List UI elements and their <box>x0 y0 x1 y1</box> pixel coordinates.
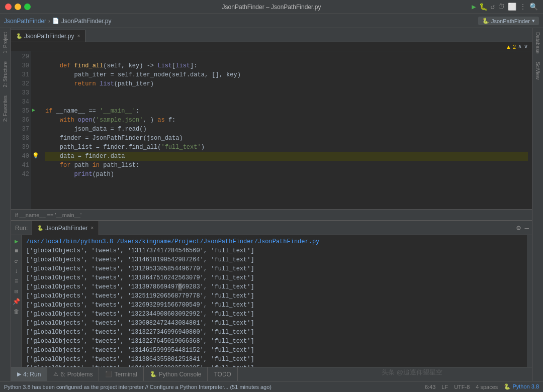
run-tab-name: JsonPathFinder <box>45 225 87 232</box>
gutter: ▶ 💡 <box>31 51 41 209</box>
console-output-line-3: ['globalObjects', 'tweets', '13120533058… <box>26 264 523 273</box>
warning-down[interactable]: ∨ <box>524 43 528 50</box>
stop-button[interactable]: ■ <box>13 247 21 255</box>
file-tab-jsonpathfinder[interactable]: 🐍 JsonPathFinder.py × <box>11 30 85 42</box>
file-tab-icon: 🐍 <box>16 33 22 39</box>
tab-todo[interactable]: TODO <box>208 367 237 381</box>
play-button[interactable]: ▶ <box>13 237 21 245</box>
console-output-line-12: ['globalObjects', 'tweets', '13146159999… <box>26 346 523 355</box>
minimize-button[interactable] <box>15 4 21 10</box>
sidebar-tab-project[interactable]: 1: Project <box>2 30 9 55</box>
console-output-line-8: ['globalObjects', 'tweets', '13223449086… <box>26 310 523 319</box>
warning-up[interactable]: ∧ <box>518 43 522 50</box>
breadcrumb-project[interactable]: JsonPathFinder <box>4 18 46 25</box>
code-line-35: if __name__ == '__main__': <box>45 107 528 116</box>
window-controls <box>5 4 31 10</box>
tab-terminal-label: Terminal <box>114 371 137 378</box>
toolbar-right: ▶ 🐛 ↺ ⏱ ⬜ ⋮ 🔍 <box>472 3 538 11</box>
tab-problems-label: 6: Problems <box>60 371 93 378</box>
status-bar-left: Python 3.8 has been configured as the pr… <box>4 384 417 390</box>
indent: 4 spaces <box>476 384 498 390</box>
console-output-line-4: ['globalObjects', 'tweets', '13186475162… <box>26 273 523 282</box>
console-output-line-7: ['globalObjects', 'tweets', '13269329915… <box>26 301 523 310</box>
file-tab-close[interactable]: × <box>77 33 80 39</box>
breadcrumb-file[interactable]: JsonPathFinder.py <box>61 18 111 25</box>
encoding: UTF-8 <box>454 384 470 390</box>
code-line-36: with open('sample.json', ) as f: <box>45 116 528 125</box>
dropdown-arrow: ▾ <box>532 18 535 24</box>
code-line-33 <box>45 88 528 97</box>
run-label: Run: <box>15 225 28 232</box>
code-line-32: return list(path_iter) <box>45 79 528 88</box>
console-output-line-10: ['globalObjects', 'tweets', '13132273469… <box>26 328 523 337</box>
search-icon[interactable]: 🔍 <box>529 3 538 11</box>
tab-python-console[interactable]: 🐍 Python Console <box>144 367 208 381</box>
collapse-icon[interactable]: — <box>525 224 529 232</box>
file-icon: 📄 <box>52 18 59 24</box>
console-text: /usr/local/bin/python3.8 /Users/kingname… <box>22 235 527 367</box>
console-scrollbar[interactable] <box>527 235 532 367</box>
code-line-40: data = finder.data <box>45 152 528 161</box>
code-lines: 29 30 31 32 33 34 35 36 37 38 39 40 41 4… <box>11 51 532 209</box>
tab-problems[interactable]: ⚠ 6: Problems <box>47 367 99 381</box>
line-ending: LF <box>441 384 448 390</box>
pin-icon[interactable]: 📌 <box>13 298 21 306</box>
warning-count: ▲ 2 <box>506 44 516 50</box>
warning-banner: ▲ 2 ∧ ∨ <box>11 42 532 51</box>
title-bar: JsonPathFinder – JsonPathFinder.py ▶ 🐛 ↺… <box>0 0 543 14</box>
sidebar-tab-favorites[interactable]: 2: Favorites <box>2 93 9 124</box>
status-message: Python 3.8 has been configured as the pr… <box>4 384 272 390</box>
run-config-name: JsonPathFinder <box>491 18 530 24</box>
run-toolbar: ▶ ■ ↻ ↓ ≡ ⊟ 📌 🗑 <box>11 235 22 367</box>
right-tab-database[interactable]: Database <box>534 30 541 56</box>
run-tab-jsonpathfinder[interactable]: 🐍 JsonPathFinder × <box>32 221 99 235</box>
editor-area: 🐍 JsonPathFinder.py × ▲ 2 ∧ ∨ 29 30 31 3… <box>11 28 532 381</box>
close-button[interactable] <box>5 4 12 10</box>
settings2-icon[interactable]: ≡ <box>13 277 21 285</box>
right-tab-sciview[interactable]: SciView <box>534 60 541 81</box>
status-bar-right: 6:43 LF UTF-8 4 spaces 🐍 Python 3.8 <box>425 383 539 390</box>
run-arrow-icon: ▶ <box>32 107 35 113</box>
code-line-37: json_data = f.read() <box>45 125 528 134</box>
status-bar: Python 3.8 has been configured as the pr… <box>0 381 543 392</box>
code-line-29 <box>45 52 528 61</box>
maximize-button[interactable] <box>24 4 31 10</box>
bottom-panel: Run: 🐍 JsonPathFinder × ⚙ — ▶ ■ ↻ ↓ ≡ <box>11 220 532 381</box>
scroll-end-button[interactable]: ↓ <box>13 267 21 275</box>
main-container: 1: Project 2: Structure 2: Favorites 🐍 J… <box>0 28 543 381</box>
tab-run[interactable]: ▶ 4: Run <box>11 367 47 381</box>
bottom-tabs: ▶ 4: Run ⚠ 6: Problems ⬛ Terminal 🐍 Pyth… <box>11 367 532 381</box>
profile-icon[interactable]: ⏱ <box>498 3 505 11</box>
run-config[interactable]: 🐍 JsonPathFinder ▾ <box>478 17 539 25</box>
console-output-line-2: ['globalObjects', 'tweets', '13146181905… <box>26 255 523 264</box>
tab-todo-label: TODO <box>214 371 231 378</box>
console-cmd-line: /usr/local/bin/python3.8 /Users/kingname… <box>26 237 523 246</box>
coverage-icon[interactable]: ⬜ <box>508 3 516 11</box>
console-output-line-13: ['globalObjects', 'tweets', '13138643558… <box>26 355 523 364</box>
code-line-30: def find_all(self, key) -> List[list]: <box>45 61 528 70</box>
settings-icon[interactable]: ⚙ <box>516 224 520 232</box>
debug-icon[interactable]: 🐛 <box>479 3 488 11</box>
sidebar-tab-structure[interactable]: 2: Structure <box>2 59 9 89</box>
editor-status-line: if __name__ == '__main__' <box>11 209 532 220</box>
tab-terminal[interactable]: ⬛ Terminal <box>99 367 143 381</box>
run-tab-icon: 🐍 <box>37 225 43 231</box>
code-line-31: path_iter = self.iter_node(self.data, []… <box>45 70 528 79</box>
code-line-39: path_list = finder.find_all('full_text') <box>45 143 528 152</box>
run-button[interactable]: ▶ <box>472 3 476 11</box>
editor-status-text: if __name__ == '__main__' <box>15 212 81 218</box>
bulb-icon[interactable]: 💡 <box>32 152 39 159</box>
more-icon[interactable]: ⋮ <box>519 3 526 11</box>
tab-run-label: 4: Run <box>23 371 41 378</box>
rerun-button[interactable]: ↻ <box>13 257 21 265</box>
run-tab-close[interactable]: × <box>90 225 94 231</box>
left-sidebar: 1: Project 2: Structure 2: Favorites <box>0 28 11 381</box>
file-tabs: 🐍 JsonPathFinder.py × <box>11 28 532 42</box>
code-line-38: finder = JsonPathFinder(json_data) <box>45 134 528 143</box>
filter-icon[interactable]: ⊟ <box>13 287 21 296</box>
run-tabs: Run: 🐍 JsonPathFinder × ⚙ — <box>11 221 532 235</box>
reload-icon[interactable]: ↺ <box>491 3 495 11</box>
python-version[interactable]: 🐍 Python 3.8 <box>504 383 539 390</box>
trash-icon[interactable]: 🗑 <box>13 308 21 316</box>
code-editor: ▲ 2 ∧ ∨ 29 30 31 32 33 34 35 36 37 38 39 <box>11 42 532 220</box>
